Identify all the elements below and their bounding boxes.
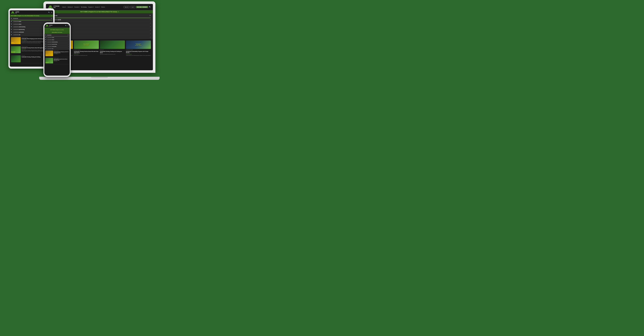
nav-link-webinars[interactable]: Webinars ▾ [68, 6, 73, 8]
phone-banner-text: TAP IT HERE to Register for our NextWebi… [50, 30, 64, 33]
card-title: Sustainable Farming Practices Boost ROI … [74, 51, 99, 53]
laptop-base [39, 77, 160, 80]
nav-link-growers[interactable]: Growers ▾ [95, 6, 100, 8]
tablet-thumb-label: WHEATSTRIPPING [11, 42, 15, 44]
card-thumbnail: SUSTAINABILITYPROGRAMS:GETTING STARTED [126, 40, 151, 49]
phone-suggestions: 🔍 sustainable world ↗ 🔍 sustainable whea… [44, 36, 70, 50]
phone-search-input[interactable]: Sustainab [47, 34, 68, 36]
card-title: Navigating Sustainability Programs with … [126, 51, 151, 53]
phone-result[interactable]: WHEATSTRIPPING 6 Sep 24 • 3m 8s Sustaina… [45, 50, 69, 57]
card-meta: 10 Aug 24 • 3m 8s [126, 50, 151, 50]
result-card[interactable]: BALANCINGNITROGEN ⋮ 6 Sep 24 • 3m 8s Sus… [74, 40, 99, 57]
tablet-navbar: XTREMEAG 🔍 ☰ [10, 10, 53, 14]
laptop-logo-text: XTREMEAG [54, 6, 60, 8]
card-overlay [100, 40, 125, 49]
search-icon: 🔍 [11, 21, 12, 22]
result-card[interactable]: ⋮ 20 Feb 20 Sustainable Farming, Feeding… [100, 40, 125, 57]
tablet-thumb-label: BALANCINGNITROGEN [11, 52, 16, 53]
arrow-icon: ↗ [150, 19, 151, 20]
card-author: Temple Rhodes [126, 54, 151, 54]
login-button[interactable]: Log In [130, 6, 135, 8]
laptop-search-icon[interactable]: 🔍 [149, 6, 151, 8]
nav-link-podcasts[interactable]: Podcasts ▾ [74, 6, 80, 8]
card-thumbnail [100, 40, 125, 49]
nav-link-programs[interactable]: Programs ▾ [88, 6, 94, 8]
laptop-banner[interactable]: TAP IT HERE to Register for our Next Web… [46, 10, 153, 13]
tablet-banner-text: TAP IT HERE to Register for our Next Web… [11, 15, 39, 16]
arrow-icon: ↗ [68, 46, 69, 47]
signup-button[interactable]: Sign Up [124, 6, 129, 8]
more-options-icon[interactable]: ⋮ [98, 41, 99, 42]
phone-result[interactable]: BALANCINGNITROGEN 6 Sep 24 • 3m 8s Susta… [45, 58, 69, 64]
laptop-search-input[interactable] [50, 15, 150, 16]
phone-body: XTREMEAG 🔍 ☰ TAP IT HERE to Register for… [44, 22, 71, 77]
become-member-button[interactable]: BECOME A MEMBER [136, 6, 148, 8]
nav-link-videos[interactable]: Videos ▾ [62, 6, 66, 8]
arrow-icon: ↗ [150, 22, 151, 24]
nav-link-granary[interactable]: The Granary [81, 6, 87, 8]
tablet-search-close[interactable]: ✕ [51, 18, 52, 19]
more-options-icon[interactable]: ⋮ [124, 41, 125, 42]
phone-nav-right: 🔍 ☰ [65, 25, 68, 26]
tablet-nav-right: 🔍 ☰ [48, 12, 52, 13]
more-options-icon[interactable]: ⋮ [72, 41, 73, 42]
phone-suggestion[interactable]: 🔍 sustainable understanding ↗ [44, 41, 70, 43]
phone-search-close[interactable]: ✕ [68, 34, 69, 36]
search-icon: 🔍 [45, 48, 46, 49]
search-icon: 🔍 [45, 44, 46, 45]
card-description: What does sustainable farming mean to yo… [100, 54, 125, 55]
phone-banner[interactable]: TAP IT HERE to Register for our NextWebi… [44, 28, 70, 34]
suggestion-text: sustainable world [47, 37, 68, 38]
tablet-search-icon[interactable]: 🔍 [48, 12, 50, 13]
phone-thumb-label: BALANCINGNITROGEN [46, 62, 49, 63]
phone-result-info: 6 Sep 24 • 3m 8s Sustainable Wheat Strip… [54, 50, 69, 54]
phone-suggestion[interactable]: 🔍 sustainable soil ↗ [44, 48, 70, 50]
search-icon: 🔍 [11, 29, 12, 30]
phone-thumb: WHEATSTRIPPING [45, 50, 53, 56]
suggestion-item[interactable]: 🔍 sustainable world ↗ [46, 18, 153, 22]
search-icon: 🔍 [11, 34, 12, 36]
card-label: BALANCINGNITROGEN [83, 43, 90, 46]
tablet-banner[interactable]: TAP IT HERE to Register for our Next Web… [10, 14, 53, 17]
tablet-menu-icon[interactable]: ☰ [51, 12, 52, 13]
phone-suggestion[interactable]: 🔍 sustainable transforming ↗ [44, 43, 70, 45]
search-icon: 🔍 [11, 32, 12, 33]
arrow-icon: ↗ [68, 44, 69, 45]
laptop-nav-links: Videos ▾ Webinars ▾ Podcasts ▾ The Grana… [62, 6, 122, 8]
phone-suggestion[interactable]: 🔍 sustainable sustainable ↗ [44, 45, 70, 48]
laptop-search-bar: 🔍 ✕ [46, 13, 153, 18]
search-icon: 🔍 [45, 39, 46, 40]
phone-logo-icon [46, 24, 48, 27]
tablet-search-input[interactable]: Sustainab [13, 18, 51, 19]
scene: XTREME AG XTREMEAG Videos ▾ Webinars ▾ P… [0, 0, 161, 84]
suggestion-text: sustainable sustainable [47, 46, 68, 47]
suggestion-text: sustainable wheat [47, 39, 68, 40]
card-title: Sustainable Farming, Feeding and Clothin… [100, 51, 125, 53]
card-label: SUSTAINABILITYPROGRAMS:GETTING STARTED [135, 43, 142, 46]
suggestion-text: sustainable soil [47, 48, 68, 49]
phone-search-icon2: 🔍 [45, 34, 46, 36]
laptop-search-close[interactable]: ✕ [150, 14, 151, 16]
more-options-icon[interactable]: ⋮ [150, 41, 151, 42]
tablet-search-bar: 🔍 Sustainab ✕ [10, 17, 53, 20]
search-icon: 🔍 [45, 42, 46, 42]
phone-search-bar: 🔍 Sustainab ✕ [44, 34, 70, 36]
card-meta: 6 Sep 24 • 3m 8s [74, 50, 99, 50]
phone-suggestion[interactable]: 🔍 sustainable world ↗ [44, 36, 70, 39]
phone-thumb-label: WHEATSTRIPPING [46, 55, 48, 56]
search-icon: 🔍 [45, 46, 46, 47]
phone-search-icon[interactable]: 🔍 [65, 25, 67, 26]
tablet-search-icon2: 🔍 [11, 18, 12, 19]
tablet-thumb [11, 55, 21, 62]
phone-thumb: BALANCINGNITROGEN [45, 58, 53, 64]
arrow-icon: ↗ [150, 33, 151, 34]
phone-suggestion[interactable]: 🔍 sustainable wheat ↗ [44, 39, 70, 41]
tablet-banner-arrow: ▾ [52, 15, 52, 16]
tablet-thumb: BALANCINGNITROGEN [11, 46, 21, 53]
phone-menu-icon[interactable]: ☰ [68, 25, 68, 26]
phone-result-info: 6 Sep 24 • 3m 8s Sustainable Farming Pra… [54, 58, 69, 62]
result-card[interactable]: SUSTAINABILITYPROGRAMS:GETTING STARTED ⋮… [126, 40, 151, 57]
nav-link-partners[interactable]: Partners [101, 6, 105, 8]
phone-screen: XTREMEAG 🔍 ☰ TAP IT HERE to Register for… [44, 24, 70, 76]
card-meta: 20 Feb 20 [100, 50, 125, 50]
